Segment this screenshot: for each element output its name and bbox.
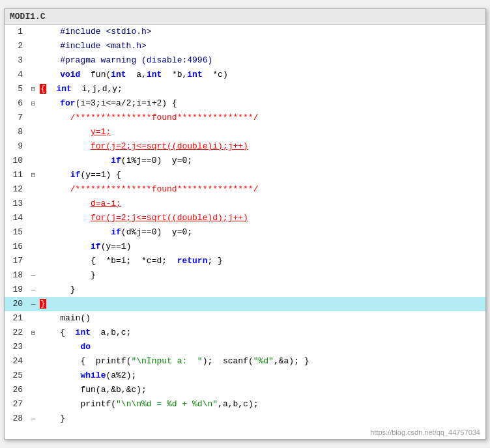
line-number-17: 17 — [5, 254, 28, 268]
code-line-3: 3 #pragma warning (disable:4996) — [5, 53, 485, 68]
code-line-10: 10 if(i%j==0) y=0; — [5, 154, 485, 168]
line-content-5: { int i,j,d,y; — [38, 82, 485, 96]
code-line-6: 6 ⊟ for(i=3;i<=a/2;i=i+2) { — [5, 96, 485, 111]
code-line-1: 1 #include <stdio.h> — [5, 25, 485, 39]
line-content-24: { printf("\nInput a: "); scanf("%d",&a);… — [38, 354, 485, 369]
code-line-27: 27 printf("\n\n%d = %d + %d\n",a,b,c); — [5, 397, 485, 412]
code-line-24: 24 { printf("\nInput a: "); scanf("%d",&… — [5, 354, 485, 369]
line-number-14: 14 — [5, 211, 28, 225]
line-content-11: if(y==1) { — [38, 168, 485, 182]
line-content-13: d=a-i; — [38, 197, 485, 211]
line-number-26: 26 — [5, 383, 28, 397]
code-line-19: 19 — } — [5, 283, 485, 297]
fold-5: ⊟ — [28, 82, 38, 96]
code-line-16: 16 if(y==1) — [5, 240, 485, 254]
line-content-17: { *b=i; *c=d; return; } — [38, 254, 485, 268]
line-number-15: 15 — [5, 225, 28, 240]
line-content-7: /***************found***************/ — [38, 111, 485, 125]
code-editor-window: MODI1.C 1 #include <stdio.h> 2 #include … — [4, 8, 486, 440]
line-content-21: main() — [38, 311, 485, 326]
code-line-22: 22 ⊟ { int a,b,c; — [5, 326, 485, 340]
line-content-23: do — [38, 340, 485, 354]
code-line-26: 26 fun(a,&b,&c); — [5, 383, 485, 397]
line-content-20: } — [38, 297, 485, 311]
line-number-21: 21 — [5, 311, 28, 326]
line-number-2: 2 — [5, 39, 28, 53]
fold-19: — — [28, 283, 38, 297]
line-number-1: 1 — [5, 25, 28, 39]
line-content-27: printf("\n\n%d = %d + %d\n",a,b,c); — [38, 397, 485, 412]
line-content-12: /***************found***************/ — [38, 182, 485, 197]
fold-6: ⊟ — [28, 96, 38, 111]
line-content-14: for(j=2;j<=sqrt((double)d);j++) — [38, 211, 485, 225]
line-content-25: while(a%2); — [38, 369, 485, 383]
window-title: MODI1.C — [10, 12, 46, 21]
line-content-10: if(i%j==0) y=0; — [38, 154, 485, 168]
fold-20: — — [28, 297, 38, 311]
line-number-3: 3 — [5, 53, 28, 68]
code-line-7: 7 /***************found***************/ — [5, 111, 485, 125]
code-line-14: 14 for(j=2;j<=sqrt((double)d);j++) — [5, 211, 485, 225]
code-line-28: 28 — } — [5, 412, 485, 426]
code-line-2: 2 #include <math.h> — [5, 39, 485, 53]
line-number-12: 12 — [5, 182, 28, 197]
code-area: 1 #include <stdio.h> 2 #include <math.h>… — [5, 25, 485, 426]
code-line-11: 11 ⊟ if(y==1) { — [5, 168, 485, 182]
watermark: https://blog.csdn.net/qq_44757034 — [5, 426, 485, 439]
line-number-13: 13 — [5, 197, 28, 211]
code-line-15: 15 if(d%j==0) y=0; — [5, 225, 485, 240]
line-content-6: for(i=3;i<=a/2;i=i+2) { — [38, 96, 485, 111]
fold-11: ⊟ — [28, 168, 38, 182]
line-number-23: 23 — [5, 340, 28, 354]
line-content-4: void fun(int a,int *b,int *c) — [38, 68, 485, 82]
line-number-19: 19 — [5, 283, 28, 297]
line-content-8: y=1; — [38, 125, 485, 139]
line-number-18: 18 — [5, 268, 28, 283]
line-number-28: 28 — [5, 412, 28, 426]
line-number-25: 25 — [5, 369, 28, 383]
code-line-25: 25 while(a%2); — [5, 369, 485, 383]
code-line-23: 23 do — [5, 340, 485, 354]
line-number-11: 11 — [5, 168, 28, 182]
line-number-10: 10 — [5, 154, 28, 168]
line-number-6: 6 — [5, 96, 28, 111]
code-line-13: 13 d=a-i; — [5, 197, 485, 211]
code-line-9: 9 for(j=2;j<=sqrt((double)i);j++) — [5, 139, 485, 154]
line-content-2: #include <math.h> — [38, 39, 485, 53]
line-content-22: { int a,b,c; — [38, 326, 485, 340]
line-content-3: #pragma warning (disable:4996) — [38, 53, 485, 68]
line-content-18: } — [38, 268, 485, 283]
line-content-15: if(d%j==0) y=0; — [38, 225, 485, 240]
line-content-1: #include <stdio.h> — [38, 25, 485, 39]
code-line-20: 20 — } — [5, 297, 485, 311]
line-number-24: 24 — [5, 354, 28, 369]
line-number-7: 7 — [5, 111, 28, 125]
fold-18: — — [28, 268, 38, 283]
line-number-4: 4 — [5, 68, 28, 82]
line-number-5: 5 — [5, 82, 28, 96]
code-line-17: 17 { *b=i; *c=d; return; } — [5, 254, 485, 268]
line-number-27: 27 — [5, 397, 28, 412]
line-number-22: 22 — [5, 326, 28, 340]
fold-28: — — [28, 412, 38, 426]
code-line-18: 18 — } — [5, 268, 485, 283]
line-content-9: for(j=2;j<=sqrt((double)i);j++) — [38, 139, 485, 154]
line-content-19: } — [38, 283, 485, 297]
line-number-8: 8 — [5, 125, 28, 139]
code-line-8: 8 y=1; — [5, 125, 485, 139]
line-content-28: } — [38, 412, 485, 426]
line-content-16: if(y==1) — [38, 240, 485, 254]
line-number-9: 9 — [5, 139, 28, 154]
fold-22: ⊟ — [28, 326, 38, 340]
line-number-20: 20 — [5, 297, 28, 311]
code-line-12: 12 /***************found***************/ — [5, 182, 485, 197]
line-content-26: fun(a,&b,&c); — [38, 383, 485, 397]
code-line-21: 21 main() — [5, 311, 485, 326]
title-bar: MODI1.C — [5, 9, 485, 25]
code-line-4: 4 void fun(int a,int *b,int *c) — [5, 68, 485, 82]
line-number-16: 16 — [5, 240, 28, 254]
code-line-5: 5 ⊟ { int i,j,d,y; — [5, 82, 485, 96]
